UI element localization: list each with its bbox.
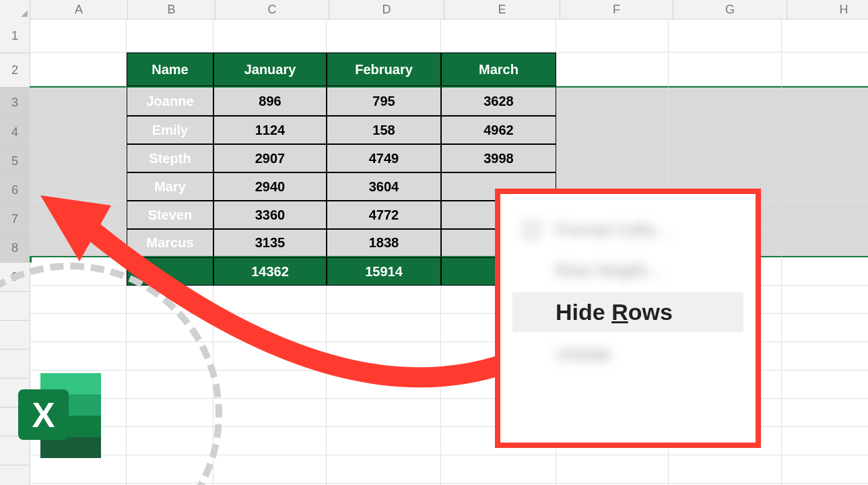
cell[interactable] [327, 455, 441, 484]
table-header-cell[interactable]: March [441, 53, 556, 86]
table-footer-cell[interactable]: 15914 [327, 257, 441, 286]
table-header-cell[interactable]: February [327, 53, 441, 86]
menu-item-hide-rows[interactable]: Hide Rows [512, 292, 743, 332]
table-data-cell[interactable]: 1838 [327, 229, 441, 257]
row-header[interactable]: 1 [0, 19, 30, 53]
table-data-cell[interactable]: 4772 [327, 201, 441, 229]
cell[interactable] [556, 86, 669, 116]
cell[interactable] [441, 19, 556, 53]
cell[interactable] [213, 427, 327, 455]
menu-item-blurred[interactable]: Format Cells... [512, 212, 743, 248]
table-header-cell[interactable]: Name [127, 53, 213, 86]
menu-item-blurred[interactable]: Row Height... [512, 252, 743, 288]
cell[interactable] [669, 144, 782, 172]
cell[interactable] [669, 455, 782, 484]
table-data-cell[interactable]: 3998 [441, 144, 556, 172]
row-header[interactable]: 6 [0, 176, 32, 205]
row-header[interactable]: 3 [0, 88, 32, 118]
row-header[interactable]: 2 [0, 53, 30, 88]
cell[interactable] [127, 19, 213, 53]
column-header[interactable]: D [329, 0, 444, 20]
select-all-corner[interactable] [0, 0, 30, 20]
cell[interactable] [30, 144, 127, 172]
table-footer-cell[interactable]: 14362 [213, 257, 327, 286]
cell[interactable] [213, 314, 327, 342]
cell[interactable] [782, 172, 868, 201]
cell[interactable] [782, 314, 868, 342]
cell[interactable] [327, 399, 441, 427]
column-header[interactable]: F [560, 0, 673, 20]
cell[interactable] [213, 455, 327, 484]
cell[interactable] [556, 144, 669, 172]
cell[interactable] [327, 342, 441, 370]
cell[interactable] [327, 286, 441, 314]
cell[interactable] [782, 53, 868, 86]
cell[interactable] [782, 229, 868, 257]
cell[interactable] [782, 201, 868, 229]
table-data-cell[interactable]: 158 [327, 116, 441, 144]
table-data-cell[interactable]: 3628 [441, 86, 556, 116]
table-data-cell[interactable]: 4962 [441, 116, 556, 144]
table-data-cell[interactable]: 2907 [213, 144, 327, 172]
table-data-cell[interactable]: 2940 [213, 172, 327, 201]
table-data-cell[interactable]: 3135 [213, 229, 327, 257]
row-header[interactable]: 5 [0, 147, 32, 176]
cell[interactable] [782, 399, 868, 427]
cell[interactable] [30, 53, 127, 86]
cell[interactable] [327, 19, 441, 53]
table-header-cell[interactable]: January [213, 53, 327, 86]
cell[interactable] [30, 229, 127, 257]
cell[interactable] [782, 370, 868, 399]
row-header[interactable]: 7 [0, 205, 32, 234]
table-data-cell[interactable]: 3604 [327, 172, 441, 201]
cell[interactable] [782, 342, 868, 370]
row-header[interactable]: 8 [0, 234, 32, 263]
cell[interactable] [30, 116, 127, 144]
cell[interactable] [327, 427, 441, 455]
cell[interactable] [782, 455, 868, 484]
menu-item-blurred[interactable]: Unhide [512, 336, 743, 373]
cell[interactable] [30, 19, 127, 53]
cell[interactable] [782, 86, 868, 116]
table-name-cell[interactable]: Emily [127, 116, 213, 144]
cell[interactable] [30, 86, 127, 116]
cell[interactable] [669, 116, 782, 144]
table-data-cell[interactable]: 1124 [213, 116, 327, 144]
cell[interactable] [213, 286, 327, 314]
column-header[interactable]: E [444, 0, 560, 20]
cell[interactable] [782, 116, 868, 144]
cell[interactable] [213, 19, 327, 53]
column-header[interactable]: B [128, 0, 215, 20]
cell[interactable] [30, 172, 127, 201]
table-name-cell[interactable]: Stepth [127, 144, 213, 172]
cell[interactable] [556, 19, 669, 53]
table-name-cell[interactable]: Marcus [127, 229, 213, 257]
cell[interactable] [213, 399, 327, 427]
cell[interactable] [669, 53, 782, 86]
cell[interactable] [213, 342, 327, 370]
cell[interactable] [556, 53, 669, 86]
cell[interactable] [441, 455, 556, 484]
cell[interactable] [556, 455, 669, 484]
cell[interactable] [669, 86, 782, 116]
cell[interactable] [327, 370, 441, 399]
cell[interactable] [669, 19, 782, 53]
table-data-cell[interactable]: 896 [213, 86, 327, 116]
column-header[interactable]: G [673, 0, 787, 20]
cell[interactable] [327, 314, 441, 342]
table-data-cell[interactable]: 795 [327, 86, 441, 116]
cell[interactable] [213, 370, 327, 399]
table-name-cell[interactable]: Joanne [127, 86, 213, 116]
cell[interactable] [556, 116, 669, 144]
cell[interactable] [782, 257, 868, 286]
column-header[interactable]: H [787, 0, 868, 20]
column-header[interactable]: C [215, 0, 329, 20]
table-name-cell[interactable]: Steven [127, 201, 213, 229]
table-data-cell[interactable]: 3360 [213, 201, 327, 229]
table-data-cell[interactable]: 4749 [327, 144, 441, 172]
cell[interactable] [782, 427, 868, 455]
row-header[interactable]: 4 [0, 118, 32, 147]
cell[interactable] [30, 201, 127, 229]
cell[interactable] [782, 286, 868, 314]
table-name-cell[interactable]: Mary [127, 172, 213, 201]
